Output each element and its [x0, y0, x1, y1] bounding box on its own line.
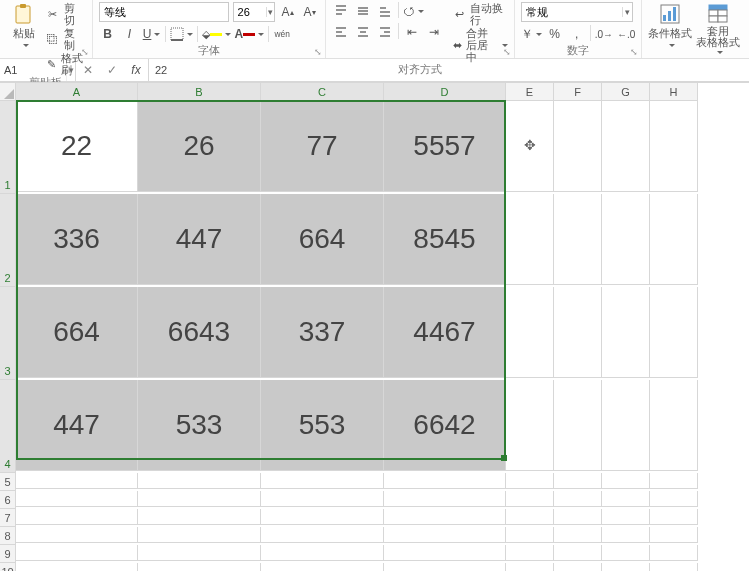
cell[interactable]	[384, 563, 506, 571]
cell[interactable]: 26	[138, 101, 261, 192]
column-header[interactable]: E	[506, 83, 554, 101]
column-header[interactable]: G	[602, 83, 650, 101]
cell[interactable]	[650, 563, 698, 571]
row-header[interactable]: 3	[0, 287, 16, 380]
merge-center-button[interactable]: ⬌ 合并后居中	[453, 27, 508, 63]
accounting-format-button[interactable]: ￥	[521, 25, 542, 43]
row-header[interactable]: 1	[0, 101, 16, 194]
align-left-button[interactable]	[332, 23, 350, 41]
font-size-input[interactable]	[234, 4, 266, 20]
chevron-down-icon[interactable]: ▾	[266, 7, 274, 17]
cell[interactable]	[602, 563, 650, 571]
align-center-button[interactable]	[354, 23, 372, 41]
cell[interactable]	[554, 563, 602, 571]
comma-format-button[interactable]: ,	[568, 25, 586, 43]
borders-button[interactable]	[170, 25, 193, 43]
paste-button[interactable]: 粘贴	[6, 2, 42, 48]
align-top-button[interactable]	[332, 2, 350, 20]
cell[interactable]	[554, 380, 602, 471]
number-format-combo[interactable]: ▾	[521, 2, 633, 22]
increase-indent-button[interactable]: ⇥	[425, 23, 443, 41]
table-format-button[interactable]: 套用 表格格式	[696, 2, 740, 55]
cell[interactable]	[554, 194, 602, 285]
cell[interactable]	[384, 509, 506, 525]
cell[interactable]	[602, 287, 650, 378]
cell[interactable]	[16, 509, 138, 525]
column-header[interactable]: H	[650, 83, 698, 101]
row-header[interactable]: 5	[0, 473, 16, 491]
cell[interactable]	[554, 509, 602, 525]
cell[interactable]	[650, 509, 698, 525]
cell[interactable]	[506, 563, 554, 571]
number-dialog-launcher[interactable]: ⤡	[629, 47, 639, 57]
cell[interactable]	[506, 545, 554, 561]
cell[interactable]	[506, 287, 554, 378]
column-header[interactable]: C	[261, 83, 384, 101]
cell[interactable]	[506, 380, 554, 471]
row-header[interactable]: 4	[0, 380, 16, 473]
cell[interactable]: 77	[261, 101, 384, 192]
cell[interactable]	[506, 509, 554, 525]
phonetic-button[interactable]: wén	[273, 25, 291, 43]
cell[interactable]	[261, 509, 384, 525]
cell[interactable]: 337	[261, 287, 384, 378]
cell[interactable]	[384, 473, 506, 489]
cell[interactable]	[16, 527, 138, 543]
cell[interactable]	[602, 194, 650, 285]
cell[interactable]: 447	[16, 380, 138, 471]
cell[interactable]	[554, 287, 602, 378]
cell[interactable]	[602, 491, 650, 507]
cell[interactable]	[506, 527, 554, 543]
number-format-input[interactable]	[522, 4, 622, 20]
cell[interactable]	[554, 545, 602, 561]
cell[interactable]	[261, 527, 384, 543]
cell[interactable]	[138, 491, 261, 507]
cell[interactable]	[16, 473, 138, 489]
cell[interactable]: 533	[138, 380, 261, 471]
bold-button[interactable]: B	[99, 25, 117, 43]
cell[interactable]	[384, 527, 506, 543]
row-header[interactable]: 9	[0, 545, 16, 563]
cell[interactable]	[650, 545, 698, 561]
cell[interactable]: 5557	[384, 101, 506, 192]
cell[interactable]	[138, 527, 261, 543]
cell[interactable]	[650, 194, 698, 285]
wrap-text-button[interactable]: ↩ 自动换行	[453, 2, 508, 26]
row-header[interactable]: 10	[0, 563, 16, 571]
font-color-button[interactable]: A	[235, 25, 265, 43]
cell[interactable]: 6642	[384, 380, 506, 471]
select-all-corner[interactable]	[0, 83, 16, 101]
cell[interactable]	[384, 545, 506, 561]
row-header[interactable]: 8	[0, 527, 16, 545]
clipboard-dialog-launcher[interactable]: ⤡	[80, 47, 90, 57]
cell[interactable]	[650, 380, 698, 471]
cell[interactable]	[602, 380, 650, 471]
cell[interactable]	[602, 101, 650, 192]
alignment-dialog-launcher[interactable]: ⤡	[502, 47, 512, 57]
percent-format-button[interactable]: %	[546, 25, 564, 43]
cell[interactable]	[554, 491, 602, 507]
italic-button[interactable]: I	[121, 25, 139, 43]
cell[interactable]	[650, 287, 698, 378]
font-size-combo[interactable]: ▾	[233, 2, 275, 22]
cell[interactable]	[261, 491, 384, 507]
chevron-down-icon[interactable]: ▾	[622, 7, 632, 17]
shrink-font-button[interactable]: A▾	[301, 3, 319, 21]
cell[interactable]: 664	[16, 287, 138, 378]
cell[interactable]: 336	[16, 194, 138, 285]
cell[interactable]	[650, 101, 698, 192]
font-dialog-launcher[interactable]: ⤡	[313, 47, 323, 57]
align-right-button[interactable]	[376, 23, 394, 41]
cell[interactable]	[650, 527, 698, 543]
cell[interactable]	[554, 527, 602, 543]
column-header[interactable]: B	[138, 83, 261, 101]
cell[interactable]	[138, 473, 261, 489]
cell[interactable]	[506, 473, 554, 489]
cut-button[interactable]: ✂ 剪切	[46, 2, 86, 26]
cell[interactable]	[138, 545, 261, 561]
column-header[interactable]: D	[384, 83, 506, 101]
cell[interactable]	[602, 545, 650, 561]
conditional-format-button[interactable]: 条件格式	[648, 2, 692, 48]
cell[interactable]: 8545	[384, 194, 506, 285]
decrease-indent-button[interactable]: ⇤	[403, 23, 421, 41]
